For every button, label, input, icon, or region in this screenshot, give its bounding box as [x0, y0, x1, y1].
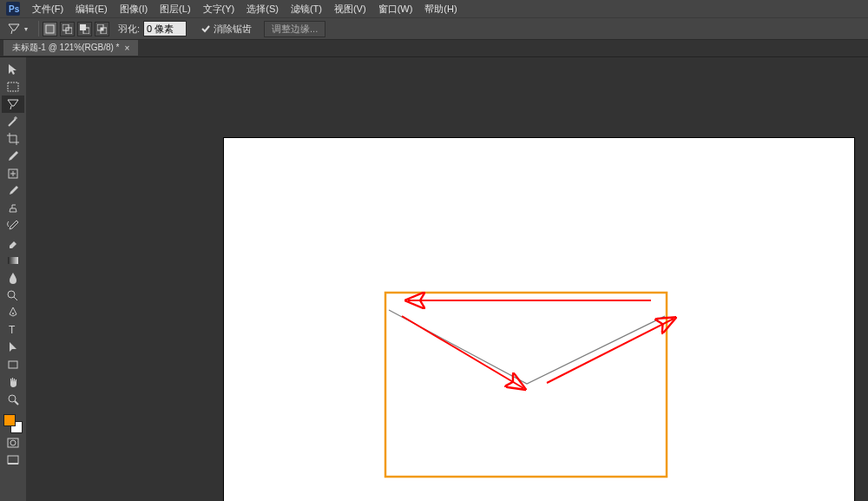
tool-hand[interactable] — [2, 373, 24, 391]
menu-type[interactable]: 文字(Y) — [197, 0, 241, 17]
arrow-up-right — [547, 319, 674, 383]
menu-view[interactable]: 视图(V) — [328, 0, 372, 17]
color-swatches[interactable] — [3, 413, 23, 434]
document-tab-title: 未标题-1 @ 121%(RGB/8) * — [12, 42, 120, 54]
tool-eyedropper[interactable] — [2, 148, 24, 165]
feather-input[interactable] — [143, 21, 187, 36]
menu-window[interactable]: 窗口(W) — [372, 0, 419, 17]
tool-healing-brush[interactable] — [2, 165, 24, 182]
selection-subtract-button[interactable] — [77, 22, 92, 36]
svg-rect-12 — [8, 257, 18, 264]
arrow-down-left — [402, 316, 523, 388]
document-tab[interactable]: 未标题-1 @ 121%(RGB/8) * × — [3, 40, 138, 56]
tool-screenmode[interactable] — [2, 452, 24, 469]
tool-eraser[interactable] — [2, 234, 24, 252]
envelope-flap-line — [389, 310, 665, 384]
tool-zoom[interactable] — [2, 391, 24, 408]
feather-label: 羽化: — [118, 23, 140, 36]
chevron-down-icon: ▾ — [24, 25, 28, 33]
tool-dodge[interactable] — [2, 287, 24, 304]
tool-history-brush[interactable] — [2, 217, 24, 234]
svg-rect-2 — [46, 25, 54, 33]
menu-bar: Ps 文件(F) 编辑(E) 图像(I) 图层(L) 文字(Y) 选择(S) 滤… — [0, 0, 868, 17]
tool-gradient[interactable] — [2, 252, 24, 269]
svg-point-17 — [9, 395, 16, 402]
menu-file[interactable]: 文件(F) — [26, 0, 69, 17]
polygon-lasso-icon — [7, 22, 21, 36]
tool-crop[interactable] — [2, 130, 24, 148]
tool-shape[interactable] — [2, 356, 24, 373]
tool-move[interactable] — [2, 61, 24, 78]
options-bar: ▾ 羽化: 消除锯齿 调整边缘... — [0, 17, 868, 40]
anti-alias-label: 消除锯齿 — [214, 23, 252, 36]
envelope-rect — [385, 293, 667, 477]
document-canvas[interactable] — [224, 138, 854, 501]
document-tabs-bar: 未标题-1 @ 121%(RGB/8) * × — [0, 40, 868, 57]
svg-rect-9 — [101, 28, 103, 30]
selection-intersect-button[interactable] — [95, 22, 109, 36]
svg-point-19 — [10, 440, 16, 445]
selection-new-button[interactable] — [43, 22, 57, 36]
svg-point-13 — [8, 291, 15, 298]
app-logo-icon: Ps — [5, 1, 21, 16]
tool-rect-marquee[interactable] — [2, 78, 24, 96]
tool-polygon-lasso[interactable] — [2, 96, 24, 113]
menu-layer[interactable]: 图层(L) — [154, 0, 196, 17]
menu-help[interactable]: 帮助(H) — [418, 0, 463, 17]
tools-panel: T — [0, 57, 26, 501]
tool-type[interactable]: T — [2, 321, 24, 339]
menu-select[interactable]: 选择(S) — [240, 0, 285, 17]
foreground-color-swatch[interactable] — [3, 414, 16, 426]
svg-rect-16 — [9, 361, 17, 368]
anti-alias-checkbox[interactable] — [201, 23, 211, 34]
refine-edge-button[interactable]: 调整边缘... — [264, 21, 326, 37]
menu-filter[interactable]: 滤镜(T) — [285, 0, 328, 17]
tool-pen[interactable] — [2, 304, 24, 321]
divider — [38, 21, 39, 36]
tool-magic-wand[interactable] — [2, 113, 24, 130]
svg-point-14 — [12, 313, 14, 314]
tool-quickmask[interactable] — [2, 434, 24, 452]
svg-rect-20 — [8, 456, 18, 464]
menu-edit[interactable]: 编辑(E) — [69, 0, 114, 17]
canvas-viewport[interactable] — [26, 57, 868, 501]
menu-image[interactable]: 图像(I) — [114, 0, 154, 17]
tool-blur[interactable] — [2, 269, 24, 287]
workspace: T — [0, 57, 868, 501]
selection-add-button[interactable] — [60, 22, 75, 36]
tool-brush[interactable] — [2, 182, 24, 200]
svg-text:Ps: Ps — [9, 4, 20, 14]
svg-text:T: T — [9, 324, 16, 336]
tool-clone-stamp[interactable] — [2, 200, 24, 217]
close-icon[interactable]: × — [125, 43, 130, 53]
tool-preset-picker[interactable]: ▾ — [7, 22, 28, 36]
tool-path-select[interactable] — [2, 339, 24, 356]
svg-rect-10 — [8, 82, 18, 91]
